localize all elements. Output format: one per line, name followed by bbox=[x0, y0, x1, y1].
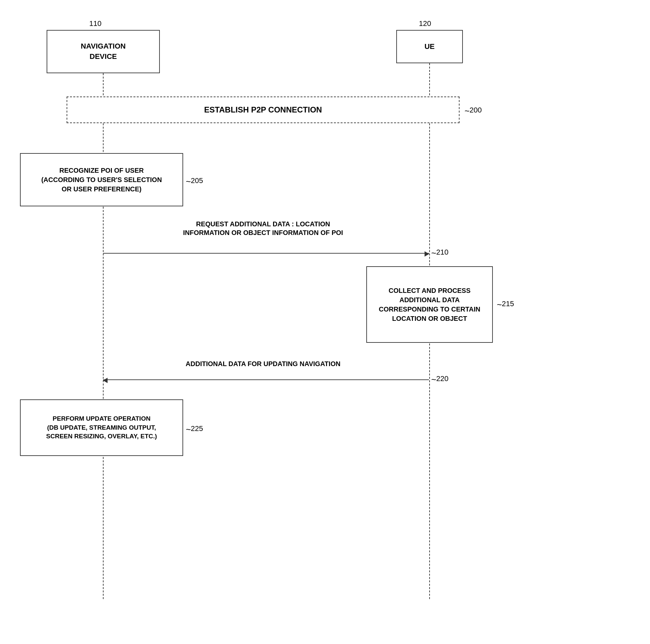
step220-arrow bbox=[103, 379, 429, 380]
step200-tilde: ~ bbox=[465, 106, 470, 116]
step215-ref: 215 bbox=[502, 300, 514, 308]
nav-lifeline bbox=[103, 73, 104, 599]
step210-label: REQUEST ADDITIONAL DATA : LOCATION INFOR… bbox=[103, 220, 423, 237]
step200-ref: 200 bbox=[470, 106, 482, 114]
step215-box: COLLECT AND PROCESS ADDITIONAL DATA CORR… bbox=[366, 266, 493, 343]
step225-box: PERFORM UPDATE OPERATION (DB UPDATE, STR… bbox=[20, 400, 183, 456]
step220-label: ADDITIONAL DATA FOR UPDATING NAVIGATION bbox=[103, 359, 423, 368]
step200-box: ESTABLISH P2P CONNECTION bbox=[67, 97, 460, 123]
step210-arrow bbox=[103, 253, 429, 254]
step210-tilde: ~ bbox=[431, 248, 436, 258]
nav-device-ref: 110 bbox=[89, 19, 102, 28]
nav-device-box: NAVIGATION DEVICE bbox=[47, 30, 160, 73]
step215-tilde: ~ bbox=[497, 300, 502, 310]
step225-tilde: ~ bbox=[186, 424, 191, 435]
step205-ref: 205 bbox=[191, 177, 203, 185]
ue-box: UE bbox=[396, 30, 463, 63]
step225-ref: 225 bbox=[191, 424, 203, 433]
step205-box: RECOGNIZE POI OF USER (ACCORDING TO USER… bbox=[20, 153, 183, 206]
step220-tilde: ~ bbox=[431, 374, 436, 385]
step205-tilde: ~ bbox=[186, 177, 191, 187]
sequence-diagram: 110 120 NAVIGATION DEVICE UE ESTABLISH P… bbox=[0, 0, 650, 644]
ue-ref: 120 bbox=[419, 19, 431, 28]
step220-ref: 220 bbox=[436, 374, 448, 383]
step210-ref: 210 bbox=[436, 248, 448, 257]
